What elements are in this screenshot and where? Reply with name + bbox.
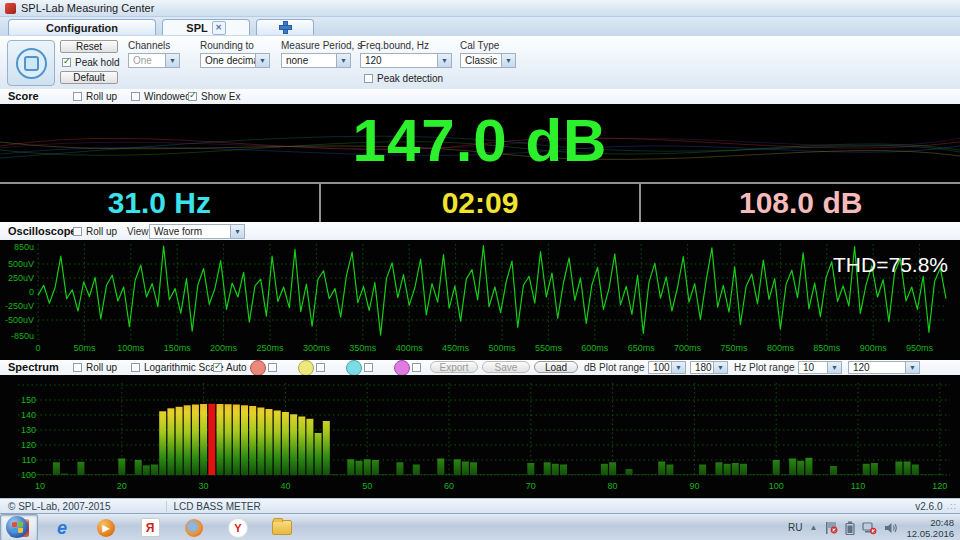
marker-yellow-circle[interactable] <box>298 360 314 376</box>
yandex-browser-icon[interactable]: Я <box>140 518 160 537</box>
peak-hold-checkbox[interactable]: Peak hold <box>62 57 119 68</box>
db-max-dropdown[interactable]: 180▼ <box>690 361 728 374</box>
tab-add[interactable] <box>256 19 314 35</box>
explorer-folder-icon[interactable] <box>272 518 292 537</box>
svg-text:90: 90 <box>689 481 699 491</box>
resize-grip[interactable]: .:: <box>946 501 957 511</box>
checkbox-icon[interactable] <box>73 92 82 101</box>
svg-text:100: 100 <box>769 481 784 491</box>
battery-icon[interactable] <box>845 521 855 535</box>
hz-max-dropdown[interactable]: 120▼ <box>848 361 920 374</box>
export-button[interactable]: Export <box>430 361 478 373</box>
marker-cyan-checkbox[interactable] <box>364 363 373 372</box>
rounding-dropdown[interactable]: One decimal▼ <box>200 53 270 68</box>
close-tab-icon[interactable]: ✕ <box>212 21 226 35</box>
windows-logo-icon <box>12 521 23 533</box>
checkbox-icon[interactable] <box>131 363 140 372</box>
reset-button[interactable]: Reset <box>60 40 118 53</box>
chevron-down-icon[interactable]: ▼ <box>905 362 919 373</box>
marker-magenta-checkbox[interactable] <box>412 363 421 372</box>
svg-text:150ms: 150ms <box>164 343 192 353</box>
app-icon <box>5 3 16 14</box>
measure-period-dropdown[interactable]: none▼ <box>281 53 351 68</box>
svg-text:200ms: 200ms <box>210 343 238 353</box>
start-button[interactable] <box>6 516 28 538</box>
taskbar: e ▶ Я Y RU ▲ <box>0 513 960 540</box>
cal-type-dropdown[interactable]: Classic▼ <box>460 53 516 68</box>
svg-text:100: 100 <box>21 470 36 480</box>
copyright-text: © SPL-Lab, 2007-2015 <box>8 501 110 512</box>
marker-red-checkbox[interactable] <box>268 363 277 372</box>
freq-bound-dropdown[interactable]: 120▼ <box>360 53 452 68</box>
checkbox-icon[interactable] <box>73 227 82 236</box>
save-button[interactable]: Save <box>482 361 530 373</box>
stop-button[interactable] <box>7 40 55 86</box>
checkbox-icon[interactable] <box>62 58 71 67</box>
version-text: v2.6.0 <box>915 501 942 512</box>
svg-text:250ms: 250ms <box>256 343 284 353</box>
svg-text:20: 20 <box>117 481 127 491</box>
oscilloscope-plot: 050ms100ms150ms200ms250ms300ms350ms400ms… <box>0 240 960 360</box>
clock[interactable]: 20:48 12.05.2016 <box>906 517 954 539</box>
language-indicator[interactable]: RU <box>788 522 802 533</box>
svg-text:0: 0 <box>35 343 40 353</box>
title-bar[interactable]: SPL-Lab Measuring Center <box>0 0 960 17</box>
svg-text:140: 140 <box>21 410 36 420</box>
mode-text: LCD BASS METER <box>173 501 260 512</box>
chevron-down-icon[interactable]: ▼ <box>437 54 451 67</box>
svg-text:350ms: 350ms <box>349 343 377 353</box>
peak-detection-checkbox[interactable]: Peak detection <box>364 73 443 84</box>
chevron-down-icon[interactable]: ▼ <box>165 54 179 67</box>
speaker-icon[interactable] <box>884 521 899 535</box>
media-player-icon[interactable]: ▶ <box>96 518 116 537</box>
marker-red-circle[interactable] <box>250 360 266 376</box>
spec-rollup-checkbox[interactable]: Roll up <box>73 362 117 373</box>
action-center-flag-icon[interactable] <box>824 521 838 535</box>
marker-magenta-circle[interactable] <box>394 360 410 376</box>
window-title: SPL-Lab Measuring Center <box>21 2 154 14</box>
chevron-down-icon[interactable]: ▼ <box>501 54 515 67</box>
osc-rollup-checkbox[interactable]: Roll up <box>73 226 117 237</box>
score-showex-checkbox[interactable]: Show Ex <box>188 91 240 102</box>
checkbox-icon[interactable] <box>131 92 140 101</box>
chevron-down-icon[interactable]: ▼ <box>827 362 841 373</box>
hidden-icons-arrow[interactable]: ▲ <box>810 523 818 532</box>
date-text: 12.05.2016 <box>906 528 954 539</box>
svg-text:40: 40 <box>280 481 290 491</box>
firefox-icon[interactable] <box>184 518 204 537</box>
score-rollup-checkbox[interactable]: Roll up <box>73 91 117 102</box>
log-scale-checkbox[interactable]: Logarithmic Scale <box>131 362 223 373</box>
chevron-down-icon[interactable]: ▼ <box>713 362 727 373</box>
screen: SPL-Lab Measuring Center Configuration S… <box>0 0 960 540</box>
hz-min-dropdown[interactable]: 10▼ <box>798 361 842 374</box>
svg-text:250uV: 250uV <box>8 273 34 283</box>
checkbox-icon[interactable] <box>188 92 197 101</box>
auto-checkbox[interactable]: Auto <box>213 362 247 373</box>
chevron-down-icon[interactable]: ▼ <box>230 225 244 238</box>
yandex-icon[interactable]: Y <box>228 518 248 537</box>
svg-text:130: 130 <box>21 425 36 435</box>
chevron-down-icon[interactable]: ▼ <box>671 362 685 373</box>
svg-text:550ms: 550ms <box>535 343 563 353</box>
tab-configuration[interactable]: Configuration <box>8 19 156 35</box>
tab-bar: Configuration SPL ✕ <box>0 17 960 37</box>
load-button[interactable]: Load <box>534 361 578 373</box>
marker-yellow-checkbox[interactable] <box>316 363 325 372</box>
checkbox-icon[interactable] <box>73 363 82 372</box>
checkbox-icon[interactable] <box>364 74 373 83</box>
view-dropdown[interactable]: Wave form▼ <box>149 224 245 239</box>
chevron-down-icon[interactable]: ▼ <box>255 54 269 67</box>
internet-explorer-icon[interactable]: e <box>52 518 72 537</box>
svg-text:120: 120 <box>21 440 36 450</box>
svg-text:80: 80 <box>608 481 618 491</box>
peak-frequency-value: 31.0 Hz <box>0 184 319 222</box>
default-button[interactable]: Default <box>60 71 118 84</box>
tab-spl[interactable]: SPL ✕ <box>162 19 250 35</box>
db-min-dropdown[interactable]: 100▼ <box>648 361 686 374</box>
channels-dropdown[interactable]: One▼ <box>128 53 180 68</box>
score-windowed-checkbox[interactable]: Windowed <box>131 91 191 102</box>
network-icon[interactable] <box>862 521 877 535</box>
chevron-down-icon[interactable]: ▼ <box>336 54 350 67</box>
marker-cyan-circle[interactable] <box>346 360 362 376</box>
checkbox-icon[interactable] <box>213 363 222 372</box>
